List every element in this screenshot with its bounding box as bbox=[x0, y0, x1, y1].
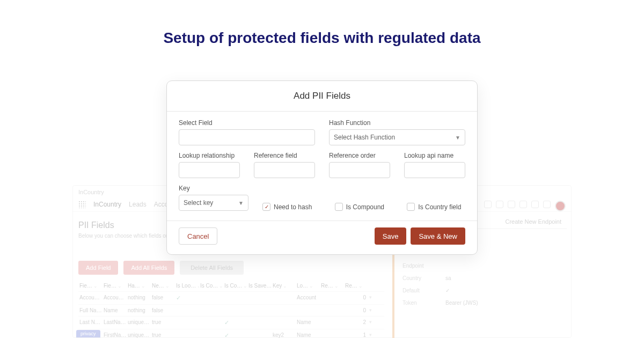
gear-icon bbox=[531, 201, 539, 208]
checkbox-checked-icon: ✓ bbox=[262, 203, 270, 211]
need-to-hash-label: Need to hash bbox=[274, 203, 312, 211]
select-field-label: Select Field bbox=[179, 119, 315, 127]
save-button[interactable]: Save bbox=[375, 227, 407, 245]
app-launcher-icon bbox=[78, 201, 86, 208]
bg-toolbar-icons bbox=[484, 201, 566, 211]
select-field-input[interactable] bbox=[179, 129, 315, 145]
reference-field-input[interactable] bbox=[254, 162, 315, 178]
key-placeholder: Select key bbox=[184, 199, 213, 207]
checkbox-icon bbox=[335, 203, 343, 211]
page-title: Setup of protected fields with regulated… bbox=[0, 30, 644, 47]
reference-field-label: Reference field bbox=[254, 152, 315, 159]
hash-function-select[interactable]: Select Hash Function ▼ bbox=[329, 129, 465, 145]
table-row: Last N…LastNa…unique…true✓Name2▾ bbox=[78, 317, 384, 329]
key-select[interactable]: Select key ▼ bbox=[179, 195, 248, 211]
chevron-down-icon: ▼ bbox=[238, 200, 244, 206]
table-header: Is Co… bbox=[199, 280, 223, 291]
table-header: Is Loo… bbox=[175, 280, 199, 291]
table-header: Is Save… bbox=[247, 280, 272, 291]
reference-order-input[interactable] bbox=[329, 162, 390, 178]
is-compound-checkbox[interactable]: Is Compound bbox=[335, 203, 393, 211]
bg-tab-leads: Leads bbox=[129, 201, 147, 208]
table-header: Re… bbox=[344, 280, 368, 291]
endpoint-field: TokenBearer (JWS) bbox=[400, 297, 567, 309]
cancel-button[interactable]: Cancel bbox=[179, 227, 217, 245]
endpoint-field: Countrysa bbox=[400, 272, 567, 284]
add-field-button: Add Field bbox=[78, 261, 118, 275]
table-header: Key bbox=[272, 280, 296, 291]
add-all-fields-button: Add All Fields bbox=[123, 261, 174, 275]
table-header: Ha… bbox=[127, 280, 151, 291]
lookup-relationship-input[interactable] bbox=[179, 162, 240, 178]
table-header: Is Co… bbox=[223, 280, 247, 291]
cloud-icon bbox=[508, 201, 515, 208]
table-row: First N…FirstNa…unique…true✓key2Name1▾ bbox=[78, 329, 384, 338]
pii-table: Fie…Fie…Ha…Ne…Is Loo…Is Co…Is Co…Is Save… bbox=[78, 280, 384, 338]
search-input[interactable] bbox=[179, 129, 315, 145]
save-and-new-button[interactable]: Save & New bbox=[411, 227, 465, 245]
lookup-api-name-label: Lookup api name bbox=[404, 152, 465, 159]
table-row: Full Na…Namenothingfalse0▾ bbox=[78, 305, 384, 317]
chevron-down-icon: ▼ bbox=[455, 135, 460, 141]
hash-function-placeholder: Select Hash Function bbox=[334, 134, 395, 141]
is-compound-label: Is Compound bbox=[346, 203, 384, 211]
hash-function-label: Hash Function bbox=[329, 119, 465, 127]
plus-icon bbox=[496, 201, 503, 208]
endpoint-field: Endpoint bbox=[400, 260, 567, 272]
privacy-pill: privacy bbox=[76, 330, 100, 337]
need-to-hash-checkbox[interactable]: ✓ Need to hash bbox=[262, 203, 321, 211]
bg-appname: InCountry bbox=[93, 201, 121, 208]
delete-all-fields-button: Delete All Fields bbox=[180, 261, 244, 275]
table-header: Lo… bbox=[296, 280, 320, 291]
table-header: Fie… bbox=[103, 280, 127, 291]
reference-order-label: Reference order bbox=[329, 152, 390, 159]
modal-title: Add PII Fields bbox=[167, 81, 477, 112]
help-icon bbox=[519, 201, 527, 208]
bg-logo: InCountry bbox=[78, 189, 104, 195]
is-country-checkbox[interactable]: Is Country field bbox=[407, 203, 465, 211]
checkbox-icon bbox=[407, 203, 415, 211]
table-header: Re… bbox=[320, 280, 344, 291]
avatar bbox=[555, 201, 566, 211]
table-header: Fie… bbox=[78, 280, 103, 291]
add-pii-modal: Add PII Fields Select Field Hash Functio… bbox=[166, 80, 478, 255]
is-country-label: Is Country field bbox=[418, 203, 461, 211]
key-label: Key bbox=[179, 185, 248, 192]
lookup-relationship-label: Lookup relationship bbox=[179, 152, 240, 159]
bell-icon bbox=[543, 201, 551, 208]
star-icon bbox=[484, 201, 492, 208]
table-header: Ne… bbox=[151, 280, 175, 291]
endpoint-field: Default✓ bbox=[400, 284, 567, 297]
table-row: Accou…Accou…nothingfalse✓Account0▾ bbox=[78, 292, 384, 305]
lookup-api-name-input[interactable] bbox=[404, 162, 465, 178]
